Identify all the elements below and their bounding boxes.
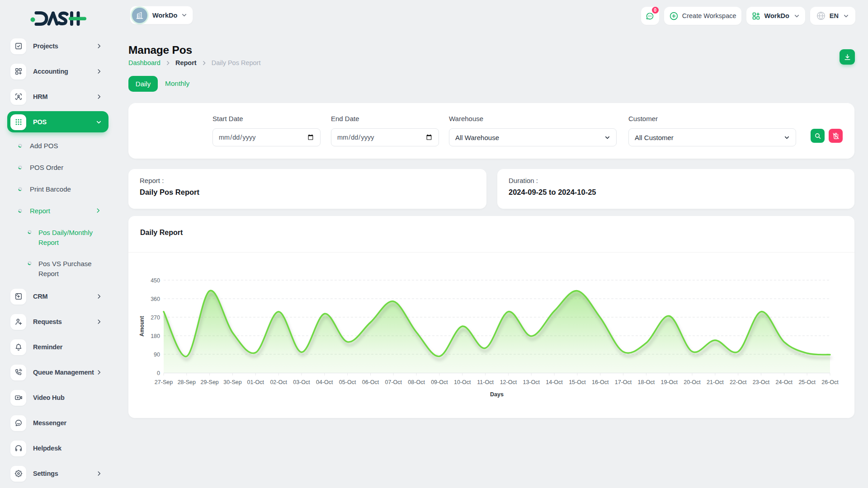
chevron-right-icon	[96, 293, 102, 300]
download-icon	[844, 53, 851, 61]
app-menu-label: WorkDo	[764, 12, 789, 19]
sidebar-item-hrm[interactable]: HRM	[0, 84, 118, 109]
helpdesk-icon	[10, 441, 26, 456]
chart-x-axis-title: Days	[490, 391, 504, 398]
sidebar-subsubitem-label: Pos Daily/Monthly Report	[38, 228, 95, 247]
sidebar-item-accounting[interactable]: Accounting	[0, 59, 118, 84]
sidebar-item-settings[interactable]: Settings	[0, 461, 118, 486]
chart-x-axis-label: 02-Oct	[270, 379, 287, 385]
sidebar-subitem-label: Report	[30, 207, 50, 215]
sidebar-subitem-label: Add POS	[30, 142, 58, 150]
chart-x-axis-label: 18-Oct	[638, 379, 655, 385]
chevron-down-icon	[95, 119, 102, 126]
bullet-ring-icon	[18, 165, 23, 169]
chart-x-axis-label: 07-Oct	[385, 379, 402, 385]
customer-select[interactable]: All Customer	[628, 128, 796, 146]
sidebar-item-video-hub[interactable]: Video Hub	[0, 385, 118, 410]
chart-y-axis-label: 450	[151, 277, 160, 284]
sidebar-subitem-print-barcode[interactable]: Print Barcode	[0, 178, 118, 200]
sidebar-item-pos[interactable]: POS	[0, 109, 118, 135]
projects-icon	[10, 38, 26, 54]
tab-monthly[interactable]: Monthly	[165, 80, 189, 88]
messages-button[interactable]: 0	[641, 7, 659, 25]
warehouse-group: Warehouse All Warehouse	[449, 103, 617, 121]
video-hub-icon	[10, 390, 26, 406]
sidebar-subitem-add-pos[interactable]: Add POS	[0, 135, 118, 156]
reset-filter-button[interactable]	[829, 129, 843, 143]
breadcrumb-current: Daily Pos Report	[212, 59, 261, 66]
bullet-ring-icon	[28, 230, 32, 234]
sidebar-subsubitem-pos-vs-purchase-report[interactable]: Pos VS Purchase Report	[0, 253, 118, 284]
sidebar-item-crm[interactable]: CRM	[0, 284, 118, 309]
create-workspace-button[interactable]: Create Workspace	[664, 7, 741, 25]
breadcrumb: Dashboard Report Daily Pos Report	[128, 59, 260, 66]
chevron-right-icon	[96, 470, 102, 477]
sidebar-item-label: Messenger	[33, 419, 66, 427]
sidebar-item-label: Queue Management	[33, 369, 94, 376]
sidebar-subitem-label: POS Order	[30, 164, 63, 171]
sidebar-item-label: Settings	[33, 470, 58, 477]
create-workspace-label: Create Workspace	[682, 12, 736, 19]
app-menu-button[interactable]: WorkDo	[746, 7, 805, 25]
grid-plus-icon	[751, 11, 761, 21]
dash-logo	[30, 10, 86, 29]
workspace-avatar-building-icon	[132, 8, 147, 23]
sidebar-subitem-report[interactable]: Report	[0, 200, 118, 221]
warehouse-select[interactable]: All Warehouse	[449, 128, 617, 146]
language-label: EN	[830, 12, 839, 19]
duration-value: 2024-09-25 to 2024-10-25	[509, 188, 596, 197]
filter-card: Start Date End Date Warehouse All Wareho…	[128, 103, 854, 159]
chart-x-axis-label: 29-Sep	[200, 379, 218, 385]
globe-icon	[816, 11, 826, 21]
report-label: Report :	[140, 177, 164, 184]
chart-x-axis-label: 23-Oct	[753, 379, 770, 385]
chevron-down-icon	[843, 13, 849, 19]
bullet-ring-icon	[28, 261, 32, 265]
hrm-icon	[10, 89, 26, 105]
sidebar-item-reminder[interactable]: Reminder	[0, 334, 118, 360]
report-value: Daily Pos Report	[140, 188, 199, 197]
page-title: Manage Pos	[128, 44, 192, 56]
start-date-input[interactable]	[212, 128, 321, 146]
accounting-icon	[10, 64, 26, 80]
sidebar-subsubitem-pos-daily-monthly-report[interactable]: Pos Daily/Monthly Report	[0, 221, 118, 253]
breadcrumb-dashboard-link[interactable]: Dashboard	[128, 59, 160, 66]
sidebar-item-requests[interactable]: Requests	[0, 309, 118, 334]
sidebar-subitem-pos-order[interactable]: POS Order	[0, 156, 118, 178]
chart-x-axis-label: 12-Oct	[500, 379, 517, 385]
queue-icon	[10, 365, 26, 380]
apply-filter-button[interactable]	[811, 129, 825, 143]
sidebar-item-messenger[interactable]: Messenger	[0, 410, 118, 436]
download-button[interactable]	[840, 49, 855, 65]
chart-y-axis-label: 0	[157, 370, 160, 376]
chart-y-axis-label: 180	[151, 333, 160, 339]
sidebar-item-label: POS	[33, 118, 47, 126]
chart-x-axis-label: 21-Oct	[707, 379, 724, 385]
daily-report-area-chart: 09018027036045027-Sep28-Sep29-Sep30-Sep0…	[128, 216, 854, 418]
language-button[interactable]: EN	[810, 7, 855, 25]
chevron-right-icon	[95, 207, 101, 214]
sidebar-item-projects[interactable]: Projects	[0, 33, 118, 59]
workspace-name: WorkDo	[152, 12, 177, 19]
sidebar-item-label: Reminder	[33, 343, 62, 351]
sidebar-subsubitem-label: Pos VS Purchase Report	[38, 259, 95, 278]
chart-x-axis-label: 09-Oct	[431, 379, 448, 385]
chevron-right-icon	[96, 319, 102, 325]
chart-x-axis-label: 16-Oct	[592, 379, 609, 385]
chart-x-axis-label: 04-Oct	[316, 379, 333, 385]
breadcrumb-report[interactable]: Report	[175, 59, 197, 66]
daily-report-chart-card: Daily Report 09018027036045027-Sep28-Sep…	[128, 216, 854, 418]
tab-daily[interactable]: Daily	[128, 76, 158, 92]
topbar-actions: 0 Create Workspace WorkDo EN	[641, 7, 855, 25]
chart-x-axis-label: 15-Oct	[569, 379, 586, 385]
sidebar-item-label: Requests	[33, 318, 62, 325]
sidebar-item-queue-management[interactable]: Queue Management	[0, 360, 118, 385]
customer-label: Customer	[628, 115, 658, 122]
chart-x-axis-label: 24-Oct	[776, 379, 793, 385]
duration-label: Duration :	[509, 177, 538, 184]
workspace-selector[interactable]: WorkDo	[130, 6, 193, 24]
chart-x-axis-label: 26-Oct	[821, 379, 839, 385]
sidebar-item-helpdesk[interactable]: Helpdesk	[0, 436, 118, 461]
chevron-right-icon	[96, 43, 102, 49]
end-date-input[interactable]	[331, 128, 439, 146]
